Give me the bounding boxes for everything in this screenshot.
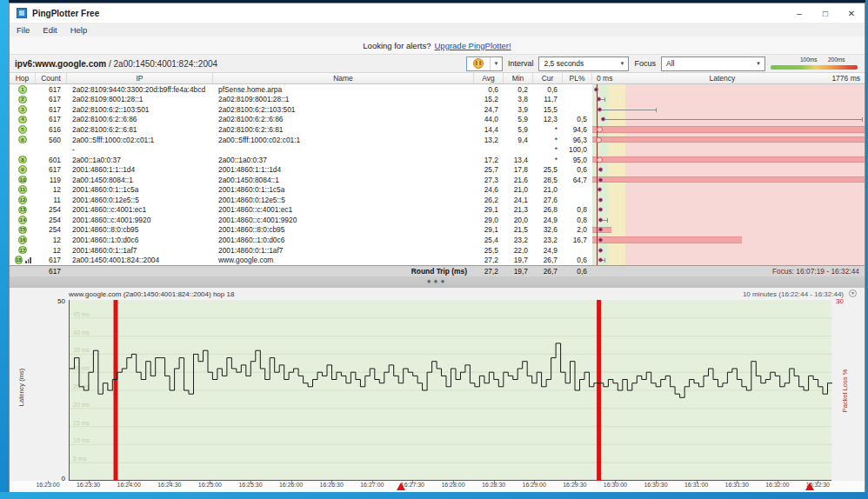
table-row[interactable]: 26172a02:8109:8001:28::12a02:8109:8001:2… xyxy=(10,95,865,105)
upgrade-link[interactable]: Upgrade PingPlotter! xyxy=(434,41,511,50)
table-row[interactable]: 186172a00:1450:4001:824::2004www.google.… xyxy=(10,255,865,265)
latency-max-label: 1776 ms xyxy=(831,74,860,83)
pl-cell xyxy=(563,95,592,105)
y-axis-title: Latency (ms) xyxy=(17,356,25,417)
timeline-range-dropdown-icon[interactable]: ▼ xyxy=(849,289,857,297)
latency-avg-marker xyxy=(597,126,603,132)
focus-value: All xyxy=(666,59,674,68)
desktop-edge-left xyxy=(0,0,9,499)
avg-cell: 27,2 xyxy=(474,255,504,265)
table-row[interactable]: 86012a00::1a0:0:372a00::1a0:0:3717,213,4… xyxy=(10,155,865,165)
x-tick-label: 16:29:00 xyxy=(515,482,553,488)
avg-cell: 25,7 xyxy=(474,164,504,175)
menu-help[interactable]: Help xyxy=(70,25,88,35)
header-avg[interactable]: Avg xyxy=(474,73,504,83)
cur-cell: 28,5 xyxy=(533,175,563,185)
menu-file[interactable]: File xyxy=(17,25,30,35)
hop-cell: 5 xyxy=(10,124,36,135)
round-trip-count: 617 xyxy=(36,266,67,276)
focus-select[interactable]: All ▼ xyxy=(661,57,765,71)
avg-cell: 29,1 xyxy=(474,225,504,236)
hop-cell: 12 xyxy=(10,195,36,205)
header-cur[interactable]: Cur xyxy=(533,73,563,83)
pause-button[interactable] xyxy=(467,57,490,70)
packet-loss-bar xyxy=(592,176,865,183)
alert-text: Looking for alerts? xyxy=(363,41,431,50)
hop-cell: 14 xyxy=(10,215,36,225)
cur-cell: 12,3 xyxy=(533,115,563,125)
table-row[interactable]: 96172001:4860:1:1::1d42001:4860:1:1::1d4… xyxy=(10,164,865,175)
interval-select[interactable]: 2,5 seconds ▼ xyxy=(538,57,629,71)
pause-dropdown-button[interactable]: ▼ xyxy=(490,57,502,70)
x-tick-label: 16:31:30 xyxy=(718,482,756,488)
table-row[interactable]: 11122001:4860:0:1::1c5a2001:4860:0:1::1c… xyxy=(10,184,865,195)
min-cell xyxy=(504,144,533,155)
chevron-down-icon: ▼ xyxy=(616,61,628,66)
table-row[interactable]: 101192a00:1450:8084::12a00:1450:8084::12… xyxy=(10,175,865,185)
ip-cell: 2a00::5fff:1000:c02:c01:1 xyxy=(67,135,213,145)
x-tick-label: 16:32:30 xyxy=(798,482,837,488)
menu-edit[interactable]: Edit xyxy=(43,25,57,35)
table-row[interactable]: 132542001:4860::c:4001:ec12001:4860::c:4… xyxy=(10,205,865,216)
svg-text:45 ms: 45 ms xyxy=(73,311,90,317)
cur-cell: 15,5 xyxy=(533,104,563,115)
maximize-button[interactable]: □ xyxy=(812,3,838,23)
latency-avg-marker xyxy=(598,188,602,192)
table-row[interactable]: 16172a02:8109:9440:3300:20d:b9ff:fe4a:4b… xyxy=(10,84,865,95)
pl-cell: 2,0 xyxy=(563,225,592,236)
hop-number-badge: 12 xyxy=(18,196,27,204)
x-tick-label: 16:24:30 xyxy=(150,482,189,488)
avg-cell: 27,3 xyxy=(474,175,504,185)
table-row[interactable]: 16122001:4860::1:0:d0c62001:4860::1:0:d0… xyxy=(10,235,865,245)
hop-cell: 10 xyxy=(10,175,36,185)
table-row[interactable]: 17122001:4860:0:1::1af72001:4860:0:1::1a… xyxy=(10,245,865,256)
timeline-range-label[interactable]: 10 minutes (16:22:44 - 16:32:44) xyxy=(743,290,844,298)
cur-cell: * xyxy=(533,135,563,145)
header-pl[interactable]: PL% xyxy=(563,73,592,83)
legend-200ms-label: 200ms xyxy=(828,57,845,63)
latency-range-whisker xyxy=(599,110,657,110)
pl-cell: 0,6 xyxy=(563,255,592,265)
avg-cell: 17,2 xyxy=(474,155,504,165)
avg-cell: 13,2 xyxy=(474,135,504,145)
latency-avg-marker xyxy=(601,117,605,122)
table-row[interactable]: 56162a02:8100:6:2::6:812a02:8100:6:2::6:… xyxy=(10,124,865,135)
hop-number-badge: 18 xyxy=(15,256,23,264)
minimize-button[interactable]: – xyxy=(786,3,812,23)
close-button[interactable]: ✕ xyxy=(838,3,865,23)
header-ip[interactable]: IP xyxy=(67,73,213,83)
packet-loss-bar xyxy=(592,136,865,143)
table-row[interactable]: 46172a02:8100:6:2::6:862a02:8100:6:2::6:… xyxy=(10,115,865,125)
header-hop[interactable]: Hop xyxy=(10,73,36,83)
pl-cell: 16,7 xyxy=(563,235,592,245)
min-cell: 21,3 xyxy=(504,205,533,216)
table-row[interactable]: 65602a00::5fff:1000:c02:c01:12a00::5fff:… xyxy=(10,135,865,145)
name-cell: 2a00::5fff:1000:c02:c01:1 xyxy=(213,135,474,145)
pingplotter-window: PingPlotter Free – □ ✕ FileEditHelp Look… xyxy=(9,3,865,492)
hop-number-badge: 5 xyxy=(18,125,27,134)
min-cell: 21,5 xyxy=(504,225,533,236)
table-row[interactable]: 142542001:4860::c:4001:99202001:4860::c:… xyxy=(10,215,865,225)
table-row[interactable]: 36172a02:8100:6:2::103:5012a02:8100:6:2:… xyxy=(10,104,865,115)
hop-cell: 6 xyxy=(10,135,36,145)
table-row[interactable]: 152542001:4860::8:0:cb952001:4860::8:0:c… xyxy=(10,225,865,236)
alert-triangle-icon[interactable] xyxy=(805,482,814,490)
latency-avg-marker xyxy=(596,136,602,143)
table-row[interactable]: 12112001:4860:0:12e5::52001:4860:0:12e5:… xyxy=(10,195,865,205)
right-axis-max-label: 30 xyxy=(836,297,844,305)
pl-cell: 64,7 xyxy=(563,175,592,185)
x-tick-label: 16:26:30 xyxy=(312,482,351,488)
panel-splitter[interactable]: ●●● xyxy=(10,276,865,288)
alert-triangle-icon[interactable] xyxy=(397,482,405,490)
table-row[interactable]: -*100,0 xyxy=(10,144,865,155)
header-latency[interactable]: 0 ms Latency 1776 ms xyxy=(592,73,865,83)
latency-timeline-chart[interactable]: 45 ms40 ms35 ms30 ms25 ms20 ms15 ms10 ms… xyxy=(69,300,831,481)
header-count[interactable]: Count xyxy=(36,73,67,83)
app-icon xyxy=(17,8,27,18)
name-cell: pfSense.home.arpa xyxy=(213,84,474,95)
hop-cell: 11 xyxy=(10,184,36,195)
ip-cell: - xyxy=(67,144,213,155)
header-name[interactable]: Name xyxy=(213,73,474,83)
latency-min-label: 0 ms xyxy=(597,74,612,83)
header-min[interactable]: Min xyxy=(504,73,533,83)
